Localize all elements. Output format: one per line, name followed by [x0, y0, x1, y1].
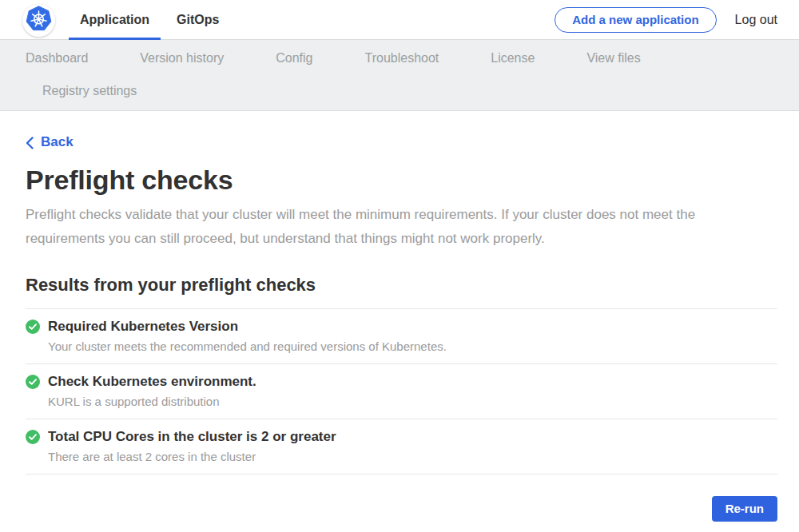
preflight-page: Back Preflight checks Preflight checks v…: [0, 111, 799, 522]
subnav-item-dashboard[interactable]: Dashboard: [26, 51, 88, 66]
tab-gitops-label: GitOps: [177, 13, 219, 27]
logout-link[interactable]: Log out: [735, 13, 777, 27]
preflight-results-list: Required Kubernetes Version Your cluster…: [26, 308, 777, 474]
top-header: Application GitOps Add a new application…: [0, 0, 799, 40]
check-pass-icon: [26, 375, 40, 389]
rerun-button[interactable]: Re-run: [712, 496, 777, 522]
subnav-item-troubleshoot[interactable]: Troubleshoot: [364, 51, 439, 66]
back-label: Back: [41, 134, 74, 150]
kubernetes-helm-icon: [24, 4, 54, 37]
subnav-item-version-history[interactable]: Version history: [140, 51, 224, 66]
check-text: Total CPU Cores in the cluster is 2 or g…: [48, 429, 336, 463]
page-title: Preflight checks: [26, 165, 777, 196]
check-row-kubernetes-version: Required Kubernetes Version Your cluster…: [26, 308, 777, 363]
tab-gitops[interactable]: GitOps: [165, 0, 230, 39]
add-new-application-button[interactable]: Add a new application: [555, 7, 716, 33]
results-heading: Results from your preflight checks: [26, 275, 777, 296]
check-title: Required Kubernetes Version: [48, 319, 447, 335]
check-text: Required Kubernetes Version Your cluster…: [48, 319, 447, 353]
check-text: Check Kubernetes environment. KURL is a …: [48, 374, 256, 408]
check-title: Total CPU Cores in the cluster is 2 or g…: [48, 429, 336, 445]
header-actions: Add a new application Log out: [555, 7, 777, 33]
subnav-item-license[interactable]: License: [491, 51, 535, 66]
check-detail: Your cluster meets the recommended and r…: [48, 339, 447, 353]
subnav-row-2: Registry settings: [0, 74, 799, 107]
kubernetes-logo: [22, 4, 55, 37]
check-detail: There are at least 2 cores in the cluste…: [48, 450, 336, 463]
check-pass-icon: [26, 430, 40, 444]
tab-application-label: Application: [80, 13, 149, 27]
page-description: Preflight checks validate that your clus…: [26, 203, 759, 251]
chevron-left-icon: [26, 136, 34, 149]
subnav-item-registry-settings[interactable]: Registry settings: [42, 84, 137, 98]
primary-tabs: Application GitOps: [69, 0, 230, 39]
subnav-item-config[interactable]: Config: [276, 51, 312, 66]
check-title: Check Kubernetes environment.: [48, 374, 256, 390]
check-detail: KURL is a supported distribution: [48, 395, 256, 408]
app-subnav: Dashboard Version history Config Trouble…: [0, 40, 799, 111]
check-row-kubernetes-environment: Check Kubernetes environment. KURL is a …: [26, 363, 777, 419]
check-pass-icon: [26, 320, 40, 334]
check-row-cpu-cores: Total CPU Cores in the cluster is 2 or g…: [26, 419, 777, 474]
subnav-row-1: Dashboard Version history Config Trouble…: [0, 42, 799, 74]
page-footer: Re-run: [26, 496, 777, 522]
subnav-item-view-files[interactable]: View files: [586, 51, 640, 66]
back-link[interactable]: Back: [26, 134, 74, 150]
tab-application[interactable]: Application: [69, 0, 161, 39]
